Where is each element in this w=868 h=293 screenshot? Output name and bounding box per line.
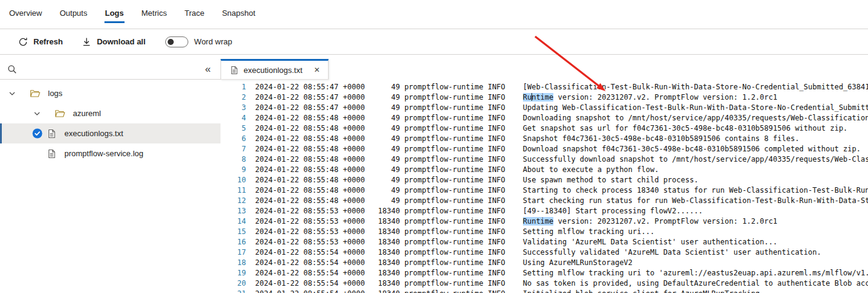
log-meta: 2024-01-22 08:55:53 +0000 18340 promptfl… bbox=[255, 227, 523, 236]
line-number: 10 bbox=[229, 175, 246, 185]
log-meta: 2024-01-22 08:55:54 +0000 18340 promptfl… bbox=[255, 248, 523, 257]
close-tab-icon[interactable]: ✕ bbox=[314, 66, 320, 74]
log-message: About to execute a python flow. bbox=[523, 165, 659, 174]
log-meta: 2024-01-22 08:55:53 +0000 18340 promptfl… bbox=[255, 217, 523, 226]
folder-icon bbox=[30, 89, 41, 98]
download-icon bbox=[82, 37, 91, 47]
nav-tab-outputs[interactable]: Outputs bbox=[59, 0, 88, 23]
tree-row-logs[interactable]: logs bbox=[0, 83, 220, 103]
log-meta: 2024-01-22 08:55:47 +0000 49 promptflow-… bbox=[255, 103, 523, 112]
line-number: 14 bbox=[229, 216, 246, 227]
log-message: [Web-Classification-Test-Bulk-Run-With-D… bbox=[523, 83, 868, 91]
log-meta: 2024-01-22 08:55:48 +0000 49 promptflow-… bbox=[255, 155, 523, 164]
log-row: 52024-01-22 08:55:48 +0000 49 promptflow… bbox=[229, 123, 868, 134]
log-message: Updating Web-Classification-Test-Bulk-Ru… bbox=[523, 103, 868, 112]
log-row: 42024-01-22 08:55:48 +0000 49 promptflow… bbox=[229, 113, 868, 123]
refresh-button[interactable]: Refresh bbox=[18, 37, 63, 47]
tree-row-azureml[interactable]: azureml bbox=[0, 103, 220, 123]
log-row: 182024-01-22 08:55:54 +0000 18340 prompt… bbox=[229, 258, 868, 268]
line-number: 11 bbox=[229, 185, 246, 196]
file-tree: logsazuremlexecutionlogs.txtpromptflow-s… bbox=[0, 80, 220, 164]
toggle-knob bbox=[168, 39, 174, 45]
log-message: Successfully download snapshot to /mnt/h… bbox=[523, 155, 868, 164]
log-row: 102024-01-22 08:55:48 +0000 49 promptflo… bbox=[229, 175, 868, 185]
nav-tab-metrics[interactable]: Metrics bbox=[141, 0, 168, 23]
word-wrap-toggle[interactable] bbox=[165, 36, 188, 47]
log-row: 192024-01-22 08:55:54 +0000 18340 prompt… bbox=[229, 268, 868, 278]
line-number: 4 bbox=[229, 113, 246, 123]
log-row: 202024-01-22 08:55:54 +0000 18340 prompt… bbox=[229, 278, 868, 289]
chevron-down-icon[interactable] bbox=[9, 90, 16, 97]
log-area[interactable]: 12024-01-22 08:55:47 +0000 49 promptflow… bbox=[220, 80, 868, 293]
log-meta: 2024-01-22 08:55:48 +0000 49 promptflow-… bbox=[255, 165, 523, 174]
line-number: 7 bbox=[229, 144, 246, 154]
editor-tab-executionlogs[interactable]: executionlogs.txt ✕ bbox=[220, 59, 329, 80]
line-number: 3 bbox=[229, 103, 246, 113]
log-meta: 2024-01-22 08:55:54 +0000 18340 promptfl… bbox=[255, 269, 523, 277]
folder-icon bbox=[55, 109, 66, 118]
chevron-down-icon[interactable] bbox=[33, 110, 41, 117]
top-nav: OverviewOutputsLogsMetricsTraceSnapshot bbox=[0, 0, 868, 29]
word-wrap-label: Word wrap bbox=[194, 37, 233, 46]
log-meta: 2024-01-22 08:55:48 +0000 49 promptflow-… bbox=[255, 145, 523, 153]
log-message: Use spawn method to start child process. bbox=[523, 176, 699, 184]
log-row: 72024-01-22 08:55:48 +0000 49 promptflow… bbox=[229, 144, 868, 154]
log-message: Runtime version: 20231207.v2. PromptFlow… bbox=[523, 217, 777, 226]
nav-tab-snapshot[interactable]: Snapshot bbox=[221, 0, 256, 23]
tree-row-promptflow-service-log[interactable]: promptflow-service.log bbox=[0, 143, 220, 164]
log-message: Snapshot f04c7361-30c5-498e-bc48-0310b58… bbox=[523, 134, 799, 143]
log-meta: 2024-01-22 08:55:54 +0000 18340 promptfl… bbox=[255, 258, 523, 267]
log-row: 152024-01-22 08:55:53 +0000 18340 prompt… bbox=[229, 227, 868, 237]
file-icon bbox=[47, 129, 56, 139]
log-meta: 2024-01-22 08:55:54 +0000 18340 promptfl… bbox=[255, 279, 523, 288]
line-number: 19 bbox=[229, 268, 246, 278]
nav-tab-trace[interactable]: Trace bbox=[184, 0, 205, 23]
log-message: Get snapshot sas url for f04c7361-30c5-4… bbox=[523, 124, 848, 133]
match-highlight: Runtime bbox=[523, 217, 554, 226]
log-row: 12024-01-22 08:55:47 +0000 49 promptflow… bbox=[229, 82, 868, 92]
log-message: Starting to check process 18340 status f… bbox=[523, 186, 868, 195]
match-highlight: Runtime bbox=[523, 93, 554, 102]
line-number: 16 bbox=[229, 237, 246, 247]
nav-tab-overview[interactable]: Overview bbox=[9, 0, 43, 23]
log-meta: 2024-01-22 08:55:48 +0000 49 promptflow-… bbox=[255, 176, 523, 184]
line-number: 13 bbox=[229, 206, 246, 216]
file-explorer-panel: « logsazuremlexecutionlogs.txtpromptflow… bbox=[0, 59, 220, 293]
log-editor: executionlogs.txt ✕ 12024-01-22 08:55:47… bbox=[220, 59, 868, 293]
log-meta: 2024-01-22 08:55:53 +0000 18340 promptfl… bbox=[255, 238, 523, 246]
log-meta: 2024-01-22 08:55:47 +0000 49 promptflow-… bbox=[255, 93, 523, 102]
log-meta: 2024-01-22 08:55:48 +0000 49 promptflow-… bbox=[255, 196, 523, 205]
tree-row-executionlogs-txt[interactable]: executionlogs.txt bbox=[0, 123, 220, 143]
line-number: 8 bbox=[229, 154, 246, 165]
log-row: 22024-01-22 08:55:47 +0000 49 promptflow… bbox=[229, 92, 868, 103]
file-icon bbox=[230, 66, 238, 75]
log-message: Initialized blob service client for Azur… bbox=[523, 289, 764, 293]
log-row: 162024-01-22 08:55:53 +0000 18340 prompt… bbox=[229, 237, 868, 247]
log-meta: 2024-01-22 08:55:53 +0000 18340 promptfl… bbox=[255, 207, 523, 215]
log-message: Runtime version: 20231207.v2. PromptFlow… bbox=[523, 93, 777, 102]
collapse-panel-button[interactable]: « bbox=[204, 64, 212, 74]
download-all-button[interactable]: Download all bbox=[82, 37, 145, 47]
line-number: 5 bbox=[229, 123, 246, 134]
tree-item-label: azureml bbox=[73, 109, 101, 118]
line-number: 2 bbox=[229, 92, 246, 103]
log-meta: 2024-01-22 08:55:47 +0000 49 promptflow-… bbox=[255, 83, 523, 91]
tree-item-label: promptflow-service.log bbox=[64, 149, 143, 158]
selected-check-icon bbox=[32, 128, 43, 139]
log-message: Validating 'AzureML Data Scientist' user… bbox=[523, 238, 777, 246]
line-number: 12 bbox=[229, 196, 246, 206]
refresh-label: Refresh bbox=[33, 37, 63, 46]
log-message: Downloading snapshot to /mnt/host/servic… bbox=[523, 114, 868, 122]
text-cursor bbox=[531, 93, 532, 101]
search-icon[interactable] bbox=[7, 64, 17, 74]
file-icon bbox=[47, 149, 56, 159]
log-meta: 2024-01-22 08:55:54 +0000 18340 promptfl… bbox=[255, 289, 523, 293]
log-meta: 2024-01-22 08:55:48 +0000 49 promptflow-… bbox=[255, 134, 523, 143]
log-message: Successfully validated 'AzureML Data Sci… bbox=[523, 248, 821, 257]
log-meta: 2024-01-22 08:55:48 +0000 49 promptflow-… bbox=[255, 186, 523, 195]
nav-tab-logs[interactable]: Logs bbox=[104, 0, 125, 23]
line-number: 17 bbox=[229, 247, 246, 258]
log-message: Start checking run status for run Web-Cl… bbox=[523, 196, 868, 205]
log-row: 112024-01-22 08:55:48 +0000 49 promptflo… bbox=[229, 185, 868, 196]
line-number: 6 bbox=[229, 134, 246, 144]
